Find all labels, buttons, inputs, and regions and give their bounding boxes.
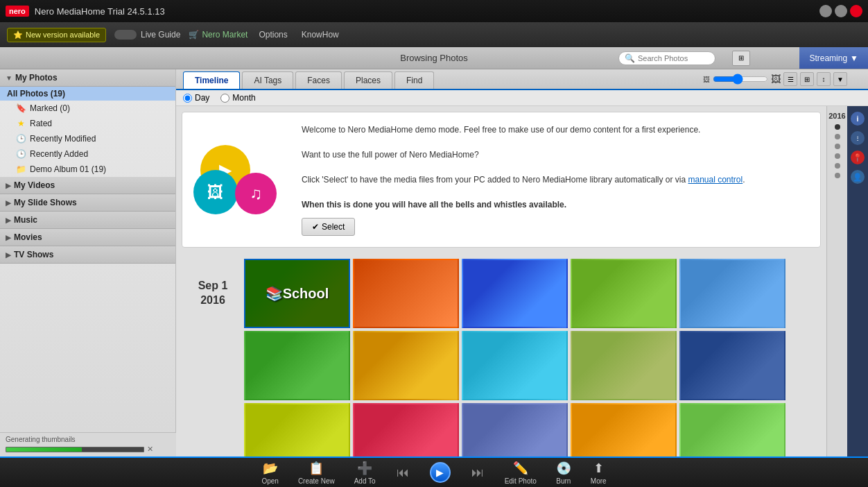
streaming-button[interactable]: Streaming ▼ (799, 47, 868, 69)
more-options-icon[interactable]: ▼ (833, 72, 847, 86)
month-radio-label[interactable]: Month (220, 93, 255, 103)
new-version-banner[interactable]: ⭐ New version available (7, 28, 106, 42)
sidebar-section-slideshows[interactable]: ▶ My Slide Shows (0, 194, 175, 212)
photo-thumb[interactable] (244, 403, 350, 456)
my-slide-shows-label: My Slide Shows (14, 198, 77, 207)
sidebar: ▼ My Photos All Photos (19) 🔖 Marked (0)… (0, 69, 176, 456)
photo-inner: 📚School (245, 260, 349, 327)
select-button[interactable]: ✔ Select (302, 218, 355, 236)
burn-button[interactable]: 💿 Burn (546, 458, 581, 488)
live-guide-label: Live Guide (141, 30, 180, 40)
info-panel: i ⋮ 📍 👤 (847, 106, 868, 456)
photo-thumb[interactable] (244, 331, 350, 400)
content-area: Timeline AI Tags Faces Places Find 🖼 🖼 ☰… (176, 69, 868, 456)
day-radio[interactable] (183, 94, 192, 103)
play-button[interactable]: ▶ (420, 459, 460, 486)
sidebar-item-marked[interactable]: 🔖 Marked (0) (0, 101, 175, 116)
sidebar-item-rated[interactable]: ★ Rated (0, 116, 175, 131)
music-label: Music (14, 215, 37, 225)
previous-button[interactable]: ⏮ (385, 462, 420, 483)
manual-control-link[interactable]: manual control (688, 175, 743, 185)
photo-thumb[interactable] (353, 331, 459, 400)
photo-thumb[interactable] (462, 259, 568, 328)
sidebar-item-recently-modified[interactable]: 🕒 Recently Modified (0, 131, 175, 146)
close-button[interactable] (850, 5, 862, 17)
select-icon: ✔ (312, 222, 319, 232)
sidebar-section-movies[interactable]: ▶ Movies (0, 229, 175, 246)
sort-icon[interactable]: ↕ (817, 72, 831, 86)
star-icon: ⭐ (13, 31, 23, 40)
user-icon[interactable]: 👤 (851, 170, 865, 184)
date-label-empty2 (182, 403, 244, 456)
photo-thumb[interactable] (353, 403, 459, 456)
photos-row-3 (244, 403, 785, 456)
photo-thumb[interactable] (353, 259, 459, 328)
photo-thumb[interactable]: 📚School (244, 259, 350, 328)
thumbnail-size-slider[interactable] (713, 74, 768, 84)
sidebar-section-videos[interactable]: ▶ My Videos (0, 177, 175, 194)
photo-thumb[interactable] (571, 331, 677, 400)
more-info-icon[interactable]: ⋮ (851, 131, 865, 145)
window-controls (819, 5, 862, 17)
my-videos-label: My Videos (14, 180, 55, 190)
sidebar-item-demo-album[interactable]: 📁 Demo Album 01 (19) (0, 162, 175, 177)
search-input[interactable] (638, 54, 709, 62)
tab-faces[interactable]: Faces (295, 71, 342, 89)
photo-thumb[interactable] (679, 259, 785, 328)
knowhow-button[interactable]: KnowHow (299, 28, 342, 41)
sidebar-section-tvshows[interactable]: ▶ TV Shows (0, 246, 175, 264)
photo-thumb[interactable] (462, 331, 568, 400)
add-to-button[interactable]: ➕ Add To (345, 458, 385, 488)
minimize-button[interactable] (819, 5, 832, 17)
app-title: Nero MediaHome Trial 24.5.1.13 (35, 6, 165, 17)
sidebar-section-music[interactable]: ▶ Music (0, 212, 175, 229)
photo-thumb[interactable] (571, 403, 677, 456)
edit-photo-button[interactable]: ✏️ Edit Photo (495, 458, 546, 488)
timeline-dot[interactable] (835, 163, 840, 169)
photo-inner (572, 260, 675, 327)
search-box[interactable]: 🔍 (618, 51, 715, 65)
tab-places[interactable]: Places (344, 71, 392, 89)
maximize-button[interactable] (835, 5, 847, 17)
nero-market-btn[interactable]: 🛒 Nero Market (189, 30, 248, 40)
photo-thumb[interactable] (679, 403, 785, 456)
timeline-dot[interactable] (835, 153, 840, 159)
chevron-right-icon: ▶ (6, 216, 11, 224)
tab-find[interactable]: Find (394, 71, 434, 89)
chevron-right-icon: ▶ (6, 199, 11, 207)
tv-shows-label: TV Shows (14, 250, 53, 259)
next-button[interactable]: ⏭ (460, 462, 495, 483)
more-button[interactable]: ⬆ More (581, 458, 616, 488)
tab-aitags[interactable]: AI Tags (242, 71, 293, 89)
info-icon[interactable]: i (851, 112, 865, 126)
photo-thumb[interactable] (679, 331, 785, 400)
live-guide-toggle[interactable] (114, 30, 137, 40)
photo-inner (354, 260, 458, 327)
open-button[interactable]: 📂 Open (252, 458, 288, 488)
sidebar-item-recently-added[interactable]: 🕒 Recently Added (0, 146, 175, 162)
view-grid-icon[interactable]: ⊞ (800, 72, 814, 86)
chevron-down-icon: ▼ (850, 53, 858, 63)
sidebar-section-photos[interactable]: ▼ My Photos (0, 69, 175, 87)
photo-thumb[interactable] (571, 259, 677, 328)
options-button[interactable]: Options (256, 28, 290, 41)
create-new-button[interactable]: 📋 Create New (288, 458, 345, 488)
view-list-icon[interactable]: ☰ (783, 72, 797, 86)
photo-thumb[interactable] (462, 403, 568, 456)
month-radio[interactable] (220, 94, 229, 103)
timeline-dot[interactable] (835, 144, 840, 149)
sidebar-item-all-photos[interactable]: All Photos (19) (0, 87, 175, 101)
progress-close-icon[interactable]: ✕ (147, 445, 153, 454)
previous-icon: ⏮ (395, 465, 410, 480)
chevron-right-icon: ▶ (6, 234, 11, 241)
location-icon[interactable]: 📍 (851, 151, 865, 164)
day-radio-label[interactable]: Day (183, 93, 209, 103)
search-icon: 🔍 (625, 53, 635, 63)
view-toggle-icon[interactable]: ⊞ (732, 51, 750, 66)
timeline-dot[interactable] (835, 173, 840, 178)
tab-timeline[interactable]: Timeline (183, 71, 240, 89)
photo-scroll[interactable]: ▶ 🖼 ♫ Welcome to Nero MediaHome demo mod… (176, 106, 826, 456)
timeline-dot[interactable] (835, 124, 840, 130)
navbar: Browsing Photos 🔍 ⊞ Streaming ▼ (0, 47, 868, 69)
timeline-dot[interactable] (835, 134, 840, 139)
